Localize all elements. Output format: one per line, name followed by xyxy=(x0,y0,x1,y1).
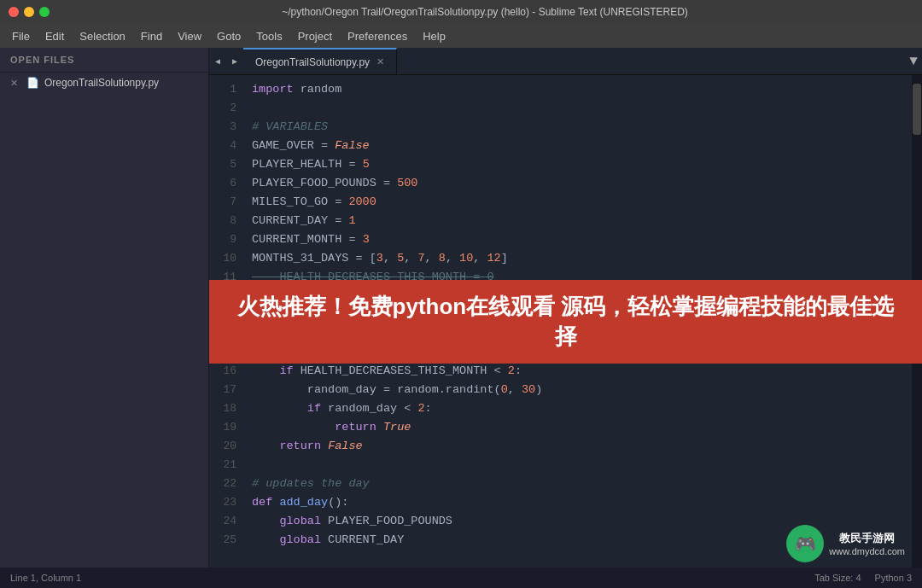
syntax-info: Python 3 xyxy=(875,573,912,583)
menu-preferences[interactable]: Preferences xyxy=(341,27,414,45)
window-controls[interactable] xyxy=(9,7,50,17)
menu-view[interactable]: View xyxy=(171,27,208,45)
watermark-text: 教民手游网 www.dmydcd.com xyxy=(829,531,905,556)
tab-scroll-left[interactable]: ◀ xyxy=(209,48,226,74)
editor-tab[interactable]: OregonTrailSolutionpy.py ✕ xyxy=(243,48,397,74)
promotional-banner: 火热推荐！免费python在线观看 源码，轻松掌握编程技能的最佳选择 xyxy=(209,280,922,364)
menu-tools[interactable]: Tools xyxy=(249,27,289,45)
sidebar-file-item[interactable]: ✕ 📄 OregonTrailSolutionpy.py xyxy=(0,73,208,93)
tab-filename: OregonTrailSolutionpy.py xyxy=(255,56,370,68)
minimize-button[interactable] xyxy=(24,7,34,17)
status-bar: Line 1, Column 1 Tab Size: 4 Python 3 xyxy=(0,568,922,588)
scrollbar-thumb[interactable] xyxy=(913,84,921,135)
tab-bar: ◀ ▶ OregonTrailSolutionpy.py ✕ ▼ xyxy=(209,48,922,75)
tab-close-icon[interactable]: ✕ xyxy=(376,56,384,67)
watermark-url: www.dmydcd.com xyxy=(829,546,905,556)
banner-text: 火热推荐！免费python在线观看 源码，轻松掌握编程技能的最佳选择 xyxy=(237,294,895,349)
file-icon: 📄 xyxy=(26,77,39,89)
title-bar: ~/python/Oregon Trail/OregonTrailSolutio… xyxy=(0,0,922,24)
open-files-header: OPEN FILES xyxy=(0,48,208,73)
window-title: ~/python/Oregon Trail/OregonTrailSolutio… xyxy=(56,6,913,18)
tab-size-info: Tab Size: 4 xyxy=(814,573,861,583)
sidebar-filename: OregonTrailSolutionpy.py xyxy=(44,77,159,89)
menu-goto[interactable]: Goto xyxy=(210,27,248,45)
tab-scroll-right-nav[interactable]: ▶ xyxy=(226,48,243,74)
sidebar: OPEN FILES ✕ 📄 OregonTrailSolutionpy.py xyxy=(0,48,209,568)
menu-selection[interactable]: Selection xyxy=(73,27,131,45)
status-right: Tab Size: 4 Python 3 xyxy=(814,573,912,583)
maximize-button[interactable] xyxy=(39,7,50,17)
watermark: 🎮 教民手游网 www.dmydcd.com xyxy=(786,525,905,562)
cursor-position: Line 1, Column 1 xyxy=(10,573,81,583)
editor-area: ◀ ▶ OregonTrailSolutionpy.py ✕ ▼ 12345 6… xyxy=(209,48,922,568)
menu-bar: File Edit Selection Find View Goto Tools… xyxy=(0,24,922,48)
file-close-icon[interactable]: ✕ xyxy=(10,78,18,89)
main-area: OPEN FILES ✕ 📄 OregonTrailSolutionpy.py … xyxy=(0,48,922,568)
menu-edit[interactable]: Edit xyxy=(38,27,71,45)
menu-file[interactable]: File xyxy=(5,27,37,45)
tab-overflow-icon[interactable]: ▼ xyxy=(905,48,922,74)
watermark-site: 教民手游网 xyxy=(829,531,905,546)
watermark-logo: 🎮 xyxy=(786,525,824,562)
menu-project[interactable]: Project xyxy=(291,27,339,45)
code-wrapper: 12345 678910 1112131415 1617181920 21222… xyxy=(209,75,922,568)
close-button[interactable] xyxy=(9,7,19,17)
menu-help[interactable]: Help xyxy=(416,27,452,45)
menu-find[interactable]: Find xyxy=(134,27,169,45)
